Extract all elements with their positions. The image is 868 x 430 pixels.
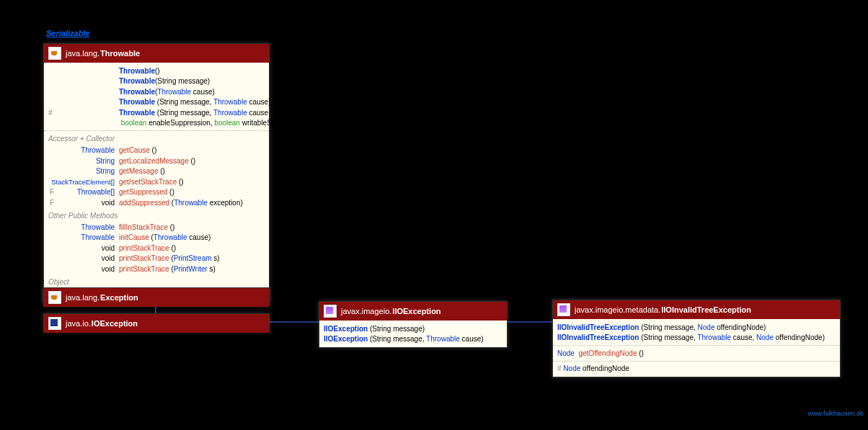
ctor: Throwable: [119, 67, 155, 75]
ctor: IIOException: [324, 325, 368, 333]
field: offendingNode: [583, 364, 629, 372]
class-body-throwable: Throwable() Throwable(String message) Th…: [44, 63, 269, 302]
class-ioexception: java.io.IOException: [43, 313, 270, 332]
method: printStackTrace: [119, 244, 169, 252]
disk-icon: [48, 317, 61, 330]
method: getSuppressed: [119, 188, 167, 196]
ctor: Throwable: [119, 77, 155, 85]
class-header-iioexception: javax.imageio.IIOException: [319, 302, 507, 321]
method: getCause: [119, 146, 150, 154]
ctor: Throwable: [119, 109, 155, 117]
method: fillInStackTrace: [119, 223, 168, 231]
class-throwable: java.lang. Throwable Throwable() Throwab…: [43, 43, 270, 303]
ctor: IIOInvalidTreeException: [557, 333, 639, 341]
ctor: IIOException: [324, 335, 368, 343]
method: get/setStackTrace: [119, 178, 177, 186]
pkg-label: java.lang.: [66, 49, 99, 58]
method: printStackTrace: [119, 254, 169, 262]
java-cup-icon: [48, 291, 61, 304]
interface-serializable[interactable]: Serializable: [46, 29, 90, 37]
class-header-invalidtree: javax.imageio.metadata.IIOInvalidTreeExc…: [553, 300, 840, 319]
class-name: Throwable: [100, 49, 140, 58]
method: getMessage: [119, 167, 158, 175]
method: addSuppressed: [119, 199, 169, 207]
section-other: Other Public Methods: [48, 211, 265, 221]
class-header-ioexception: java.io.IOException: [44, 314, 269, 333]
section-accessor: Accessor + Collector: [48, 134, 265, 144]
method: getLocalizedMessage: [119, 157, 189, 165]
class-header-throwable: java.lang. Throwable: [44, 44, 269, 63]
method: getOffendingNode: [578, 349, 637, 357]
image-icon: [557, 303, 570, 316]
class-iioexception: javax.imageio.IIOException IIOException …: [319, 301, 508, 348]
class-iioinvalidtree: javax.imageio.metadata.IIOInvalidTreeExc…: [552, 300, 841, 377]
section-object: Object: [48, 277, 265, 287]
footer-credit[interactable]: www.falkhausen.de: [807, 410, 864, 417]
ctor: Throwable: [119, 88, 155, 96]
method: printStackTrace: [119, 265, 169, 273]
java-cup-icon: [48, 47, 61, 60]
ctor: Throwable: [119, 98, 155, 106]
image-icon: [324, 305, 337, 318]
class-header-exception: java.lang.Exception: [44, 288, 269, 307]
method: initCause: [119, 233, 149, 241]
class-exception: java.lang.Exception: [43, 287, 270, 306]
ctor: IIOInvalidTreeException: [557, 323, 639, 331]
